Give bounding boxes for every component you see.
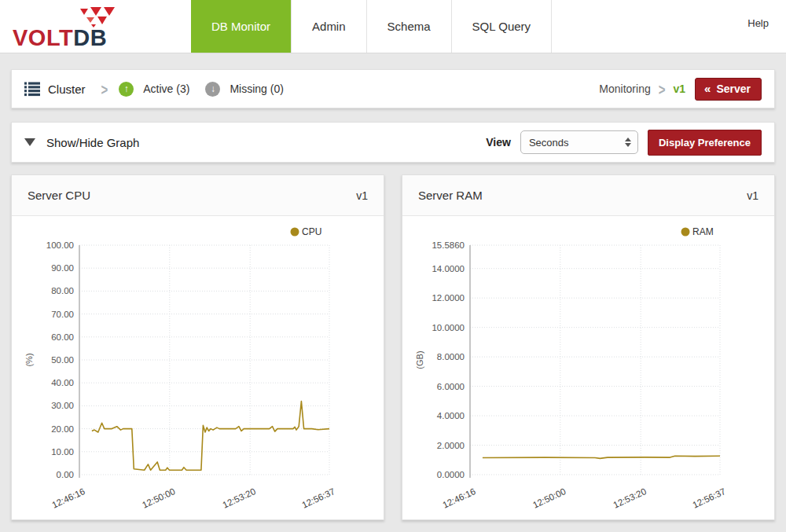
chevron-right-icon: > xyxy=(101,80,108,97)
svg-text:12:50:00: 12:50:00 xyxy=(141,486,177,510)
view-label: View xyxy=(486,136,511,149)
svg-text:8.0000: 8.0000 xyxy=(437,352,465,361)
svg-text:12:53:20: 12:53:20 xyxy=(612,486,648,510)
main-nav-tabs: DB Monitor Admin Schema SQL Query xyxy=(191,0,552,53)
svg-text:15.5860: 15.5860 xyxy=(432,240,465,250)
server-ram-title: Server RAM xyxy=(418,189,483,202)
chevron-right-icon: > xyxy=(659,80,666,97)
svg-text:12:50:00: 12:50:00 xyxy=(531,486,567,510)
missing-count-label: Missing (0) xyxy=(230,83,283,95)
show-hide-graph-toggle[interactable]: Show/Hide Graph xyxy=(24,136,139,149)
svg-text:(%): (%) xyxy=(24,353,34,366)
charts-row: Server CPU v1 0.0010.0020.0030.0040.0050… xyxy=(11,174,775,520)
double-chevron-left-icon: « xyxy=(704,83,711,94)
svg-text:12:46:16: 12:46:16 xyxy=(50,486,86,510)
svg-text:0.0000: 0.0000 xyxy=(437,470,465,479)
server-button-label: Server xyxy=(716,83,751,95)
tab-sql-query[interactable]: SQL Query xyxy=(451,0,552,53)
tab-db-monitor[interactable]: DB Monitor xyxy=(191,0,291,53)
tab-admin[interactable]: Admin xyxy=(291,0,366,53)
cluster-title: Cluster xyxy=(48,83,86,96)
svg-text:30.00: 30.00 xyxy=(51,401,74,410)
graph-toolbar: Show/Hide Graph View Seconds Display Pre… xyxy=(11,122,775,163)
svg-text:14.0000: 14.0000 xyxy=(432,264,465,273)
svg-text:20.00: 20.00 xyxy=(51,424,74,434)
svg-text:(GB): (GB) xyxy=(415,350,424,369)
svg-text:12:53:20: 12:53:20 xyxy=(221,486,257,510)
voltdb-wordmark: VOLTDB xyxy=(13,26,107,50)
svg-text:50.00: 50.00 xyxy=(51,355,74,365)
svg-text:RAM: RAM xyxy=(692,226,714,237)
show-hide-graph-label: Show/Hide Graph xyxy=(46,136,139,149)
svg-text:10.00: 10.00 xyxy=(51,447,74,457)
active-up-arrow-icon: ↑ xyxy=(119,82,134,97)
svg-text:2.0000: 2.0000 xyxy=(437,441,465,450)
server-button[interactable]: « Server xyxy=(695,78,762,101)
display-preference-button[interactable]: Display Preference xyxy=(648,130,762,156)
svg-text:12:46:16: 12:46:16 xyxy=(441,486,477,510)
server-cpu-title: Server CPU xyxy=(28,189,90,202)
svg-text:90.00: 90.00 xyxy=(51,263,74,273)
active-count-label: Active (3) xyxy=(143,83,189,95)
svg-text:6.0000: 6.0000 xyxy=(437,382,465,391)
server-ram-badge: v1 xyxy=(747,189,758,202)
tab-schema[interactable]: Schema xyxy=(366,0,451,53)
view-interval-select[interactable]: Seconds xyxy=(520,130,638,154)
cluster-list-icon xyxy=(24,82,40,97)
svg-text:70.00: 70.00 xyxy=(51,310,74,319)
svg-text:12:56:37: 12:56:37 xyxy=(300,486,336,510)
server-name-label: v1 xyxy=(673,83,685,95)
collapse-triangle-icon xyxy=(24,138,35,146)
missing-down-arrow-icon: ↓ xyxy=(205,82,220,97)
svg-text:CPU: CPU xyxy=(302,226,321,237)
svg-text:0.00: 0.00 xyxy=(57,470,74,479)
svg-text:40.00: 40.00 xyxy=(51,378,74,387)
svg-text:12.0000: 12.0000 xyxy=(432,293,465,303)
cluster-status-bar: Cluster > ↑ Active (3) ↓ Missing (0) Mon… xyxy=(11,69,775,108)
server-cpu-badge: v1 xyxy=(356,189,368,202)
svg-text:60.00: 60.00 xyxy=(51,332,74,342)
server-ram-chart: 0.00002.00004.00006.00008.000010.000012.… xyxy=(404,219,772,518)
svg-text:4.0000: 4.0000 xyxy=(437,411,465,420)
server-ram-panel: Server RAM v1 0.00002.00004.00006.00008.… xyxy=(402,174,775,520)
svg-text:12:56:37: 12:56:37 xyxy=(691,486,727,510)
help-link[interactable]: Help xyxy=(747,17,769,29)
server-cpu-panel: Server CPU v1 0.0010.0020.0030.0040.0050… xyxy=(11,174,384,520)
svg-text:10.0000: 10.0000 xyxy=(432,323,465,332)
monitoring-breadcrumb: Monitoring xyxy=(599,83,650,95)
svg-text:80.00: 80.00 xyxy=(51,286,74,295)
server-cpu-chart: 0.0010.0020.0030.0040.0050.0060.0070.008… xyxy=(13,219,381,518)
voltdb-logo: VOLTDB xyxy=(0,0,191,53)
app-header: VOLTDB DB Monitor Admin Schema SQL Query… xyxy=(0,0,786,53)
svg-text:100.00: 100.00 xyxy=(46,240,74,250)
